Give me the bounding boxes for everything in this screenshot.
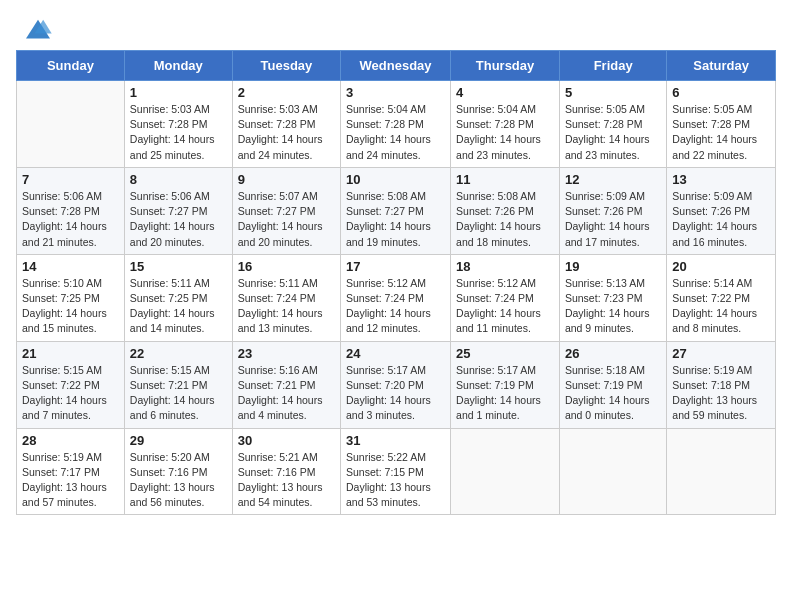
day-info: Sunrise: 5:03 AM Sunset: 7:28 PM Dayligh… xyxy=(238,102,335,163)
calendar-cell: 11Sunrise: 5:08 AM Sunset: 7:26 PM Dayli… xyxy=(451,167,560,254)
calendar-cell xyxy=(667,428,776,515)
day-number: 12 xyxy=(565,172,661,187)
day-number: 21 xyxy=(22,346,119,361)
day-number: 4 xyxy=(456,85,554,100)
day-info: Sunrise: 5:18 AM Sunset: 7:19 PM Dayligh… xyxy=(565,363,661,424)
day-info: Sunrise: 5:22 AM Sunset: 7:15 PM Dayligh… xyxy=(346,450,445,511)
day-info: Sunrise: 5:09 AM Sunset: 7:26 PM Dayligh… xyxy=(565,189,661,250)
calendar-cell: 8Sunrise: 5:06 AM Sunset: 7:27 PM Daylig… xyxy=(124,167,232,254)
calendar-cell: 25Sunrise: 5:17 AM Sunset: 7:19 PM Dayli… xyxy=(451,341,560,428)
calendar-cell: 29Sunrise: 5:20 AM Sunset: 7:16 PM Dayli… xyxy=(124,428,232,515)
day-info: Sunrise: 5:19 AM Sunset: 7:18 PM Dayligh… xyxy=(672,363,770,424)
day-number: 6 xyxy=(672,85,770,100)
day-info: Sunrise: 5:14 AM Sunset: 7:22 PM Dayligh… xyxy=(672,276,770,337)
day-info: Sunrise: 5:20 AM Sunset: 7:16 PM Dayligh… xyxy=(130,450,227,511)
calendar-cell: 28Sunrise: 5:19 AM Sunset: 7:17 PM Dayli… xyxy=(17,428,125,515)
calendar-table: SundayMondayTuesdayWednesdayThursdayFrid… xyxy=(16,50,776,515)
day-info: Sunrise: 5:15 AM Sunset: 7:21 PM Dayligh… xyxy=(130,363,227,424)
day-number: 24 xyxy=(346,346,445,361)
day-number: 27 xyxy=(672,346,770,361)
day-number: 17 xyxy=(346,259,445,274)
day-number: 8 xyxy=(130,172,227,187)
day-number: 1 xyxy=(130,85,227,100)
day-number: 3 xyxy=(346,85,445,100)
day-number: 14 xyxy=(22,259,119,274)
day-number: 31 xyxy=(346,433,445,448)
calendar-cell: 7Sunrise: 5:06 AM Sunset: 7:28 PM Daylig… xyxy=(17,167,125,254)
day-header-monday: Monday xyxy=(124,51,232,81)
day-info: Sunrise: 5:06 AM Sunset: 7:27 PM Dayligh… xyxy=(130,189,227,250)
day-header-tuesday: Tuesday xyxy=(232,51,340,81)
calendar-cell: 27Sunrise: 5:19 AM Sunset: 7:18 PM Dayli… xyxy=(667,341,776,428)
day-info: Sunrise: 5:11 AM Sunset: 7:25 PM Dayligh… xyxy=(130,276,227,337)
calendar-cell: 24Sunrise: 5:17 AM Sunset: 7:20 PM Dayli… xyxy=(341,341,451,428)
calendar-cell xyxy=(17,81,125,168)
calendar-cell: 6Sunrise: 5:05 AM Sunset: 7:28 PM Daylig… xyxy=(667,81,776,168)
week-row-4: 21Sunrise: 5:15 AM Sunset: 7:22 PM Dayli… xyxy=(17,341,776,428)
day-number: 19 xyxy=(565,259,661,274)
calendar-cell: 20Sunrise: 5:14 AM Sunset: 7:22 PM Dayli… xyxy=(667,254,776,341)
day-info: Sunrise: 5:08 AM Sunset: 7:27 PM Dayligh… xyxy=(346,189,445,250)
day-info: Sunrise: 5:17 AM Sunset: 7:20 PM Dayligh… xyxy=(346,363,445,424)
day-number: 13 xyxy=(672,172,770,187)
calendar-cell: 19Sunrise: 5:13 AM Sunset: 7:23 PM Dayli… xyxy=(559,254,666,341)
logo xyxy=(24,18,56,42)
calendar-cell: 31Sunrise: 5:22 AM Sunset: 7:15 PM Dayli… xyxy=(341,428,451,515)
calendar-cell: 10Sunrise: 5:08 AM Sunset: 7:27 PM Dayli… xyxy=(341,167,451,254)
day-info: Sunrise: 5:19 AM Sunset: 7:17 PM Dayligh… xyxy=(22,450,119,511)
calendar-cell: 1Sunrise: 5:03 AM Sunset: 7:28 PM Daylig… xyxy=(124,81,232,168)
day-number: 10 xyxy=(346,172,445,187)
day-info: Sunrise: 5:16 AM Sunset: 7:21 PM Dayligh… xyxy=(238,363,335,424)
calendar-cell: 12Sunrise: 5:09 AM Sunset: 7:26 PM Dayli… xyxy=(559,167,666,254)
page-header xyxy=(0,0,792,50)
day-number: 22 xyxy=(130,346,227,361)
day-number: 29 xyxy=(130,433,227,448)
day-number: 26 xyxy=(565,346,661,361)
day-number: 18 xyxy=(456,259,554,274)
day-info: Sunrise: 5:04 AM Sunset: 7:28 PM Dayligh… xyxy=(346,102,445,163)
calendar-cell: 15Sunrise: 5:11 AM Sunset: 7:25 PM Dayli… xyxy=(124,254,232,341)
day-info: Sunrise: 5:05 AM Sunset: 7:28 PM Dayligh… xyxy=(672,102,770,163)
calendar: SundayMondayTuesdayWednesdayThursdayFrid… xyxy=(0,50,792,527)
day-number: 11 xyxy=(456,172,554,187)
day-info: Sunrise: 5:10 AM Sunset: 7:25 PM Dayligh… xyxy=(22,276,119,337)
day-header-saturday: Saturday xyxy=(667,51,776,81)
day-number: 15 xyxy=(130,259,227,274)
day-number: 2 xyxy=(238,85,335,100)
day-number: 23 xyxy=(238,346,335,361)
day-info: Sunrise: 5:15 AM Sunset: 7:22 PM Dayligh… xyxy=(22,363,119,424)
day-number: 28 xyxy=(22,433,119,448)
day-number: 16 xyxy=(238,259,335,274)
day-info: Sunrise: 5:17 AM Sunset: 7:19 PM Dayligh… xyxy=(456,363,554,424)
day-number: 25 xyxy=(456,346,554,361)
day-info: Sunrise: 5:13 AM Sunset: 7:23 PM Dayligh… xyxy=(565,276,661,337)
logo-icon xyxy=(24,18,52,42)
calendar-cell: 4Sunrise: 5:04 AM Sunset: 7:28 PM Daylig… xyxy=(451,81,560,168)
day-info: Sunrise: 5:06 AM Sunset: 7:28 PM Dayligh… xyxy=(22,189,119,250)
calendar-cell: 13Sunrise: 5:09 AM Sunset: 7:26 PM Dayli… xyxy=(667,167,776,254)
day-info: Sunrise: 5:05 AM Sunset: 7:28 PM Dayligh… xyxy=(565,102,661,163)
day-info: Sunrise: 5:21 AM Sunset: 7:16 PM Dayligh… xyxy=(238,450,335,511)
day-header-friday: Friday xyxy=(559,51,666,81)
calendar-cell: 17Sunrise: 5:12 AM Sunset: 7:24 PM Dayli… xyxy=(341,254,451,341)
day-number: 5 xyxy=(565,85,661,100)
day-header-sunday: Sunday xyxy=(17,51,125,81)
day-info: Sunrise: 5:11 AM Sunset: 7:24 PM Dayligh… xyxy=(238,276,335,337)
calendar-cell: 2Sunrise: 5:03 AM Sunset: 7:28 PM Daylig… xyxy=(232,81,340,168)
day-number: 9 xyxy=(238,172,335,187)
day-number: 7 xyxy=(22,172,119,187)
calendar-cell: 26Sunrise: 5:18 AM Sunset: 7:19 PM Dayli… xyxy=(559,341,666,428)
calendar-header-row: SundayMondayTuesdayWednesdayThursdayFrid… xyxy=(17,51,776,81)
day-info: Sunrise: 5:08 AM Sunset: 7:26 PM Dayligh… xyxy=(456,189,554,250)
day-info: Sunrise: 5:12 AM Sunset: 7:24 PM Dayligh… xyxy=(456,276,554,337)
calendar-cell: 14Sunrise: 5:10 AM Sunset: 7:25 PM Dayli… xyxy=(17,254,125,341)
week-row-2: 7Sunrise: 5:06 AM Sunset: 7:28 PM Daylig… xyxy=(17,167,776,254)
day-info: Sunrise: 5:03 AM Sunset: 7:28 PM Dayligh… xyxy=(130,102,227,163)
day-info: Sunrise: 5:04 AM Sunset: 7:28 PM Dayligh… xyxy=(456,102,554,163)
calendar-cell: 18Sunrise: 5:12 AM Sunset: 7:24 PM Dayli… xyxy=(451,254,560,341)
calendar-cell xyxy=(559,428,666,515)
calendar-cell: 9Sunrise: 5:07 AM Sunset: 7:27 PM Daylig… xyxy=(232,167,340,254)
calendar-cell xyxy=(451,428,560,515)
day-number: 30 xyxy=(238,433,335,448)
calendar-cell: 5Sunrise: 5:05 AM Sunset: 7:28 PM Daylig… xyxy=(559,81,666,168)
